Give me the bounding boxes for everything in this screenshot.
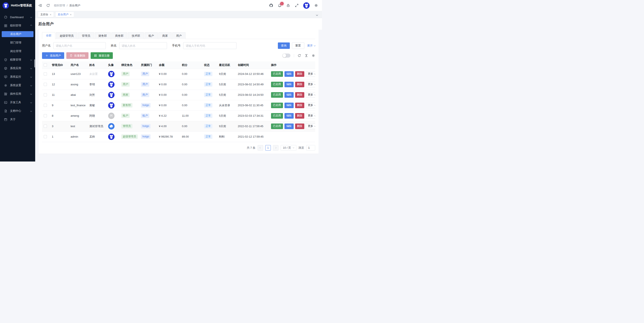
breadcrumb-current[interactable]: 后台用户: [69, 4, 80, 8]
enabled-button[interactable]: 已启用: [271, 113, 283, 119]
row-checkbox[interactable]: [44, 135, 47, 138]
sidebar-item-permission[interactable]: 权限管理: [0, 56, 35, 64]
row-checkbox[interactable]: [44, 104, 47, 107]
role-tab-0[interactable]: 全部: [42, 32, 55, 39]
delete-button[interactable]: 删除: [295, 113, 304, 119]
row-checkbox-cell: [42, 90, 50, 100]
delete-button[interactable]: 删除: [295, 92, 304, 98]
enabled-button[interactable]: 已启用: [271, 103, 283, 108]
batch-delete-button[interactable]: 批量删除: [66, 52, 88, 59]
expand-filters-link[interactable]: 展开: [307, 44, 316, 48]
role-tab-1[interactable]: 超级管理员: [56, 32, 78, 39]
sidebar-subitem-label: 后台用户: [10, 32, 21, 36]
chevron-down-icon: [30, 102, 32, 103]
reload-table-icon[interactable]: [298, 54, 301, 57]
jump-page-input[interactable]: [306, 145, 315, 151]
sidebar-subitem-posts[interactable]: 岗位管理: [0, 47, 35, 56]
sidebar-item-plugins[interactable]: 插件应用: [0, 90, 35, 98]
striped-toggle[interactable]: [282, 54, 290, 58]
edit-button[interactable]: 编辑: [284, 124, 294, 129]
role-tab-6[interactable]: 租户: [144, 32, 158, 39]
cell-role: 财务部: [120, 100, 139, 111]
tab-chip-1[interactable]: 后台用户×: [56, 12, 74, 17]
edit-button[interactable]: 编辑: [284, 103, 294, 108]
column-settings-gear-icon[interactable]: [312, 54, 315, 57]
search-button[interactable]: 查询: [278, 43, 290, 49]
sidebar-item-dashboard[interactable]: Dashboard: [0, 13, 35, 21]
enabled-button[interactable]: 已启用: [271, 71, 283, 77]
more-button[interactable]: 更多: [306, 71, 316, 77]
page-size-select[interactable]: 10 / 页: [281, 145, 296, 151]
prev-page-button[interactable]: [258, 145, 263, 151]
sidebar-item-docs[interactable]: 文档中心: [0, 107, 35, 115]
lock-screen-icon[interactable]: [286, 4, 290, 8]
edit-button[interactable]: 编辑: [284, 82, 294, 87]
close-icon[interactable]: ×: [50, 13, 52, 16]
row-checkbox[interactable]: [44, 72, 47, 76]
row-checkbox[interactable]: [44, 83, 47, 86]
filter-input-1[interactable]: [119, 42, 167, 49]
role-tab-3[interactable]: 财务部: [95, 32, 111, 39]
row-checkbox-cell: [42, 79, 50, 90]
filter-input-0[interactable]: [53, 42, 106, 49]
notifications-bell-icon[interactable]: 1: [278, 4, 282, 8]
delete-button[interactable]: 删除: [295, 71, 304, 77]
role-tab-7[interactable]: 商家: [158, 32, 172, 39]
role-tab-4[interactable]: 商务部: [111, 32, 127, 39]
row-checkbox[interactable]: [44, 114, 47, 117]
row-checkbox[interactable]: [44, 93, 47, 96]
enabled-button[interactable]: 已启用: [271, 92, 283, 98]
status-badge: 正常: [204, 134, 212, 139]
close-icon[interactable]: ×: [70, 13, 72, 16]
delete-button[interactable]: 删除: [295, 82, 304, 87]
invite-register-button[interactable]: 邀请注册: [91, 52, 113, 59]
role-tab-2[interactable]: 管理员: [78, 32, 94, 39]
sidebar-subitem-admin-users[interactable]: 后台用户: [2, 31, 34, 37]
role-tab-5[interactable]: 技术部: [128, 32, 144, 39]
header-actions: 1: [269, 2, 318, 9]
add-user-button[interactable]: 添加用户: [42, 52, 64, 59]
sidebar-item-about[interactable]: 关于: [0, 115, 35, 124]
sidebar-subitem-departments[interactable]: 部门管理: [0, 38, 35, 47]
sidebar-item-system-app[interactable]: 系统应用: [0, 64, 35, 73]
cell-last-active: 5天前: [217, 111, 236, 121]
delete-button[interactable]: 删除: [295, 103, 304, 108]
github-icon[interactable]: [269, 4, 273, 8]
delete-button[interactable]: 删除: [295, 124, 304, 129]
edit-button[interactable]: 编辑: [284, 113, 294, 119]
more-button[interactable]: 更多: [306, 82, 316, 87]
edit-button[interactable]: 编辑: [284, 92, 294, 98]
settings-gear-icon[interactable]: [314, 4, 318, 8]
menu-collapse-icon[interactable]: [38, 4, 42, 8]
filter-groups: 用户名姓名手机号: [42, 42, 242, 49]
user-avatar[interactable]: [303, 2, 310, 9]
row-checkbox[interactable]: [44, 125, 47, 128]
page-1-button[interactable]: 1: [265, 145, 271, 151]
next-page-button[interactable]: [273, 145, 278, 151]
cell-role: 租户: [120, 111, 139, 121]
enabled-button[interactable]: 已启用: [271, 124, 283, 129]
row-density-icon[interactable]: [304, 54, 308, 57]
sidebar-item-dev-tools[interactable]: 开发工具: [0, 98, 35, 107]
logo[interactable]: HotGo管理系统: [0, 0, 35, 11]
refresh-icon[interactable]: [46, 4, 50, 8]
more-button[interactable]: 更多: [306, 113, 316, 119]
select-all-checkbox[interactable]: [44, 63, 47, 67]
koala-avatar-icon: [108, 71, 114, 77]
filter-input-2[interactable]: [183, 42, 236, 49]
breadcrumb-parent[interactable]: 组织管理: [54, 4, 65, 8]
fullscreen-icon[interactable]: [295, 4, 299, 8]
sidebar-item-system-settings[interactable]: 系统设置: [0, 81, 35, 90]
edit-button[interactable]: 编辑: [284, 71, 294, 77]
enabled-button[interactable]: 已启用: [271, 82, 283, 87]
more-button[interactable]: 更多: [306, 124, 316, 129]
sidebar-item-system-monitor[interactable]: 系统监控: [0, 73, 35, 81]
tab-chip-0[interactable]: 主控台×: [38, 12, 54, 17]
more-button[interactable]: 更多: [306, 92, 316, 98]
more-button[interactable]: 更多: [306, 103, 316, 108]
sidebar-scrollbar[interactable]: [34, 59, 35, 67]
role-tab-8[interactable]: 用户: [172, 32, 186, 39]
tabs-dropdown-chevron-icon[interactable]: [315, 12, 319, 17]
reset-button[interactable]: 重置: [292, 43, 304, 49]
sidebar-item-org[interactable]: 组织管理: [0, 21, 35, 30]
